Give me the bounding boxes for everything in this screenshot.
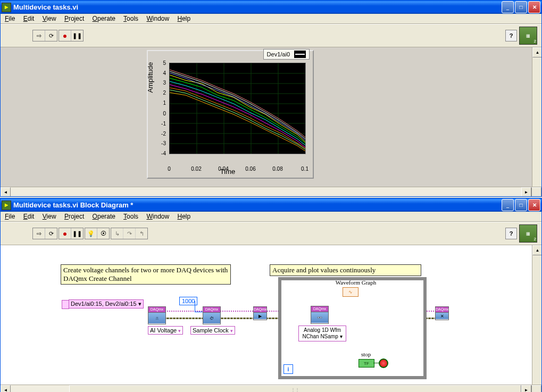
- window-title: Multidevice tasks.vi: [13, 3, 502, 11]
- plot-area: [169, 63, 306, 154]
- run-continuous-button[interactable]: ⟳: [45, 30, 57, 41]
- block-diagram-window: ▶ Multidevice tasks.vi Block Diagram * _…: [0, 198, 542, 392]
- comment-acquire-plot: Acquire and plot values continuously: [270, 264, 421, 276]
- legend-label: Dev1/ai0: [267, 51, 290, 57]
- daqmx-timing-node[interactable]: DAQmx⏱: [203, 306, 221, 324]
- daqmx-start-node[interactable]: DAQmx▶: [253, 306, 267, 320]
- help-button[interactable]: ?: [505, 30, 517, 41]
- toolbar: ⇨ ⟳ ● ❚❚ 💡 ⦿ ↳ ↷ ↰ ? ▦2: [1, 222, 541, 245]
- analog-read-selector[interactable]: Analog 1D Wfm NChan NSamp ▾: [298, 326, 346, 341]
- run-continuous-button[interactable]: ⟳: [45, 228, 57, 239]
- menu-edit[interactable]: Edit: [23, 15, 35, 22]
- menu-project[interactable]: Project: [64, 15, 84, 22]
- menu-help[interactable]: Help: [178, 213, 191, 220]
- scrollbar-horizontal[interactable]: ◄ ⋮⋮ ►: [1, 385, 541, 392]
- scrollbar-thumb[interactable]: ⋮⋮: [69, 385, 521, 392]
- channel-string-constant[interactable]: Dev1/ai0:15, Dev2/ai0:15 ▾: [69, 299, 144, 308]
- stop-wire: [373, 363, 379, 363]
- menu-bar: File Edit View Project Operate Tools Win…: [1, 14, 541, 24]
- waveform-graph-label: Waveform Graph: [332, 279, 380, 286]
- scroll-up-button[interactable]: ▲: [532, 47, 541, 57]
- daqmx-clear-node[interactable]: DAQmx✕: [435, 306, 449, 320]
- rate-wire-h: [195, 312, 203, 312]
- menu-operate[interactable]: Operate: [93, 213, 115, 220]
- scrollbar-vertical[interactable]: ▲: [532, 245, 541, 385]
- scroll-right-button[interactable]: ►: [521, 187, 531, 196]
- menu-tools[interactable]: Tools: [123, 213, 138, 220]
- menu-bar: File Edit View Project Operate Tools Win…: [1, 212, 541, 222]
- plot-legend[interactable]: Dev1/ai0: [263, 49, 310, 60]
- minimize-button[interactable]: _: [502, 199, 514, 211]
- comment-create-channels: Create voltage channels for two or more …: [61, 264, 231, 285]
- menu-edit[interactable]: Edit: [23, 213, 35, 220]
- scroll-up-button[interactable]: ▲: [532, 245, 541, 255]
- run-button[interactable]: ⇨: [33, 30, 45, 41]
- scrollbar-vertical[interactable]: ▲: [532, 47, 541, 187]
- toolbar: ⇨ ⟳ ● ❚❚ ? ▦2: [1, 24, 541, 47]
- waveform-graph-terminal[interactable]: ∿: [343, 287, 358, 297]
- close-button[interactable]: ✕: [528, 1, 540, 13]
- scroll-right-button[interactable]: ►: [521, 385, 531, 392]
- pause-button[interactable]: ❚❚: [71, 30, 83, 41]
- scroll-left-button[interactable]: ◄: [1, 385, 11, 392]
- menu-help[interactable]: Help: [178, 15, 191, 22]
- front-panel-window: ▶ Multidevice tasks.vi _ □ ✕ File Edit V…: [0, 0, 542, 197]
- abort-button[interactable]: ●: [59, 30, 71, 41]
- highlight-exec-button[interactable]: 💡: [85, 228, 97, 239]
- daqmx-read-node[interactable]: DAQmx👓: [311, 306, 329, 324]
- menu-view[interactable]: View: [43, 15, 56, 22]
- menu-file[interactable]: File: [5, 213, 15, 220]
- loop-condition-terminal[interactable]: [379, 358, 388, 368]
- vi-file-icon: ▶: [2, 201, 11, 210]
- window-title: Multidevice tasks.vi Block Diagram *: [13, 201, 502, 209]
- vi-file-icon: ▶: [2, 3, 11, 12]
- maximize-button[interactable]: □: [515, 199, 527, 211]
- loop-iteration-terminal[interactable]: i: [283, 364, 293, 374]
- rate-wire: [195, 301, 195, 312]
- abort-button[interactable]: ●: [59, 228, 71, 239]
- scroll-left-button[interactable]: ◄: [1, 187, 11, 196]
- daqmx-create-channel-node[interactable]: DAQmx⎍: [148, 306, 166, 324]
- vi-icon[interactable]: ▦2: [519, 27, 537, 45]
- retain-wire-button[interactable]: ⦿: [97, 228, 109, 239]
- stop-label: stop: [361, 351, 371, 357]
- scrollbar-corner: [531, 385, 541, 392]
- menu-tools[interactable]: Tools: [123, 15, 138, 22]
- menu-window[interactable]: Window: [146, 15, 169, 22]
- menu-operate[interactable]: Operate: [93, 15, 115, 22]
- block-diagram-content[interactable]: Create voltage channels for two or more …: [1, 245, 541, 392]
- titlebar[interactable]: ▶ Multidevice tasks.vi Block Diagram * _…: [1, 198, 541, 212]
- help-button[interactable]: ?: [505, 228, 517, 239]
- front-panel-content: Dev1/ai0: [1, 47, 541, 196]
- maximize-button[interactable]: □: [515, 1, 527, 13]
- minimize-button[interactable]: _: [502, 1, 514, 13]
- while-loop[interactable]: Waveform Graph ∿ DAQmx👓 Analog 1D Wfm NC…: [278, 277, 427, 379]
- run-button[interactable]: ⇨: [33, 228, 45, 239]
- ai-voltage-selector[interactable]: AI Voltage: [148, 326, 183, 335]
- menu-project[interactable]: Project: [64, 213, 84, 220]
- sample-clock-selector[interactable]: Sample Clock: [190, 326, 235, 335]
- scrollbar-corner: [531, 187, 541, 196]
- step-into-button[interactable]: ↳: [111, 228, 123, 239]
- y-axis-label: Amplitude: [146, 62, 154, 93]
- scrollbar-horizontal[interactable]: ◄ ►: [1, 187, 541, 196]
- waveform-graph[interactable]: Dev1/ai0: [147, 50, 314, 179]
- step-out-button[interactable]: ↰: [136, 228, 147, 239]
- close-button[interactable]: ✕: [528, 199, 540, 211]
- vi-icon[interactable]: ▦2: [519, 224, 537, 243]
- stop-control-terminal[interactable]: TF: [358, 359, 374, 368]
- pause-button[interactable]: ❚❚: [71, 228, 83, 239]
- legend-swatch: [294, 51, 306, 58]
- menu-window[interactable]: Window: [146, 213, 169, 220]
- step-over-button[interactable]: ↷: [123, 228, 136, 239]
- titlebar[interactable]: ▶ Multidevice tasks.vi _ □ ✕: [1, 1, 541, 14]
- menu-view[interactable]: View: [43, 213, 56, 220]
- x-axis-label: Time: [220, 168, 235, 176]
- menu-file[interactable]: File: [5, 15, 15, 22]
